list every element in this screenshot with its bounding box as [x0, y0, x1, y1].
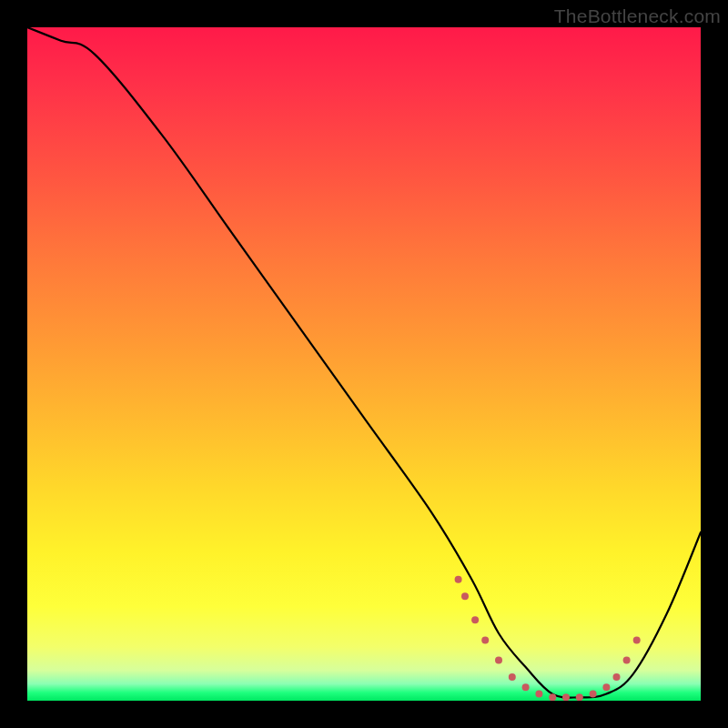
- curve-dot: [576, 693, 583, 701]
- curve-dot: [633, 636, 641, 643]
- plot-area: [27, 27, 701, 701]
- curve-dot: [495, 657, 502, 664]
- curve-overlay: [27, 27, 701, 701]
- curve-dot: [562, 693, 570, 701]
- chart-frame: TheBottleneck.com: [0, 0, 728, 728]
- watermark-text: TheBottleneck.com: [554, 5, 721, 27]
- curve-dot: [613, 673, 621, 681]
- curve-dot: [602, 683, 610, 691]
- curve-dots: [455, 576, 641, 701]
- curve-dot: [590, 691, 597, 698]
- curve-dot: [455, 576, 462, 583]
- curve-dot: [471, 616, 479, 623]
- curve-dot: [535, 691, 542, 698]
- bottleneck-curve: [27, 27, 701, 698]
- curve-dot: [522, 683, 530, 691]
- curve-dot: [461, 592, 469, 600]
- curve-dot: [623, 657, 631, 664]
- curve-dot: [481, 636, 489, 643]
- curve-dot: [509, 673, 516, 681]
- curve-dot: [549, 693, 556, 701]
